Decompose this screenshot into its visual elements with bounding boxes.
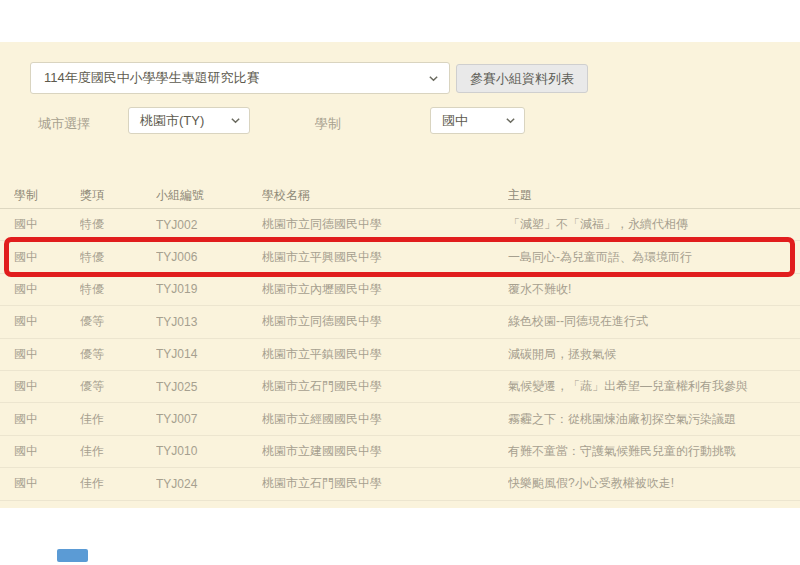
column-header-award: 獎項	[80, 187, 156, 204]
competition-select[interactable]: 114年度國民中小學學生專題研究比賽	[30, 62, 450, 94]
column-header-topic: 主題	[508, 187, 800, 204]
cell-award: 特優	[80, 281, 156, 298]
footer-blue-marker	[57, 549, 88, 562]
cell-award: 佳作	[80, 475, 156, 492]
cell-topic: 霧霾之下：從桃園煉油廠初探空氣污染議題	[508, 411, 800, 428]
cell-level: 國中	[14, 346, 80, 363]
column-header-school: 學校名稱	[262, 187, 508, 204]
city-select[interactable]: 桃園市(TY)	[128, 107, 250, 134]
cell-topic: 綠色校園--同德現在進行式	[508, 313, 800, 330]
cell-award: 佳作	[80, 411, 156, 428]
level-select-value: 國中	[442, 112, 499, 130]
cell-group_id: TYJ007	[156, 412, 262, 426]
cell-school: 桃園市立平興國民中學	[262, 249, 508, 266]
cell-topic: 有難不童當：守護氣候難民兒童的行動挑戰	[508, 443, 800, 460]
competition-select-value: 114年度國民中小學學生專題研究比賽	[44, 69, 422, 87]
page: 114年度國民中小學學生專題研究比賽 參賽小組資料列表 城市選擇 桃園市(TY)…	[0, 0, 800, 565]
level-select-label: 學制	[315, 115, 341, 133]
cell-school: 桃園市立同德國民中學	[262, 313, 508, 330]
level-select[interactable]: 國中	[430, 107, 525, 134]
cell-group_id: TYJ019	[156, 282, 262, 296]
table-row[interactable]: 國中優等TYJ014桃園市立平鎮國民中學減碳開局，拯救氣候	[0, 339, 800, 371]
cell-level: 國中	[14, 475, 80, 492]
column-header-group-id: 小組編號	[156, 187, 262, 204]
cell-topic: 氣候變遷，「蔬」出希望—兒童權利有我參與	[508, 378, 800, 395]
cell-school: 桃園市立經國國民中學	[262, 411, 508, 428]
cell-topic: 減碳開局，拯救氣候	[508, 346, 800, 363]
cell-award: 佳作	[80, 443, 156, 460]
table-body: 國中特優TYJ002桃園市立同德國民中學「減塑」不「減福」，永續代相傳國中特優T…	[0, 209, 800, 501]
cell-level: 國中	[14, 216, 80, 233]
table-row[interactable]: 國中特優TYJ019桃園市立內壢國民中學覆水不難收!	[0, 274, 800, 306]
group-data-list-button-label: 參賽小組資料列表	[470, 70, 574, 88]
cell-group_id: TYJ006	[156, 250, 262, 264]
cell-topic: 快樂颱風假?小心受教權被吹走!	[508, 475, 800, 492]
cell-group_id: TYJ010	[156, 444, 262, 458]
cell-level: 國中	[14, 281, 80, 298]
cell-group_id: TYJ024	[156, 477, 262, 491]
cell-level: 國中	[14, 443, 80, 460]
cell-topic: 「減塑」不「減福」，永續代相傳	[508, 216, 800, 233]
cell-topic: 一島同心-為兒童而語、為環境而行	[508, 249, 800, 266]
cell-award: 特優	[80, 216, 156, 233]
table-row[interactable]: 國中優等TYJ013桃園市立同德國民中學綠色校園--同德現在進行式	[0, 306, 800, 338]
cell-award: 優等	[80, 346, 156, 363]
cell-school: 桃園市立同德國民中學	[262, 216, 508, 233]
cell-topic: 覆水不難收!	[508, 281, 800, 298]
table-header-row: 學制 獎項 小組編號 學校名稱 主題	[0, 183, 800, 209]
cell-school: 桃園市立石門國民中學	[262, 378, 508, 395]
cell-school: 桃園市立內壢國民中學	[262, 281, 508, 298]
cell-group_id: TYJ002	[156, 218, 262, 232]
table-row[interactable]: 國中特優TYJ002桃園市立同德國民中學「減塑」不「減福」，永續代相傳	[0, 209, 800, 241]
city-select-label: 城市選擇	[38, 115, 90, 133]
cell-award: 優等	[80, 378, 156, 395]
cell-group_id: TYJ013	[156, 315, 262, 329]
chevron-down-icon	[428, 73, 439, 84]
chevron-down-icon	[230, 115, 241, 126]
city-select-value: 桃園市(TY)	[140, 112, 224, 130]
cell-level: 國中	[14, 378, 80, 395]
cell-school: 桃園市立建國國民中學	[262, 443, 508, 460]
table-row[interactable]: 國中佳作TYJ010桃園市立建國國民中學有難不童當：守護氣候難民兒童的行動挑戰	[0, 436, 800, 468]
cell-level: 國中	[14, 313, 80, 330]
content-panel: 114年度國民中小學學生專題研究比賽 參賽小組資料列表 城市選擇 桃園市(TY)…	[0, 42, 800, 508]
group-data-list-button[interactable]: 參賽小組資料列表	[456, 64, 588, 93]
cell-group_id: TYJ025	[156, 380, 262, 394]
cell-award: 特優	[80, 249, 156, 266]
cell-school: 桃園市立石門國民中學	[262, 475, 508, 492]
cell-award: 優等	[80, 313, 156, 330]
table-row[interactable]: 國中優等TYJ025桃園市立石門國民中學氣候變遷，「蔬」出希望—兒童權利有我參與	[0, 371, 800, 403]
table-row[interactable]: 國中特優TYJ006桃園市立平興國民中學一島同心-為兒童而語、為環境而行	[0, 241, 800, 273]
table-row[interactable]: 國中佳作TYJ024桃園市立石門國民中學快樂颱風假?小心受教權被吹走!	[0, 468, 800, 500]
cell-school: 桃園市立平鎮國民中學	[262, 346, 508, 363]
cell-level: 國中	[14, 249, 80, 266]
cell-group_id: TYJ014	[156, 347, 262, 361]
cell-level: 國中	[14, 411, 80, 428]
table-row[interactable]: 國中佳作TYJ007桃園市立經國國民中學霧霾之下：從桃園煉油廠初探空氣污染議題	[0, 403, 800, 435]
chevron-down-icon	[505, 115, 516, 126]
column-header-level: 學制	[14, 187, 80, 204]
results-table: 學制 獎項 小組編號 學校名稱 主題 國中特優TYJ002桃園市立同德國民中學「…	[0, 183, 800, 501]
